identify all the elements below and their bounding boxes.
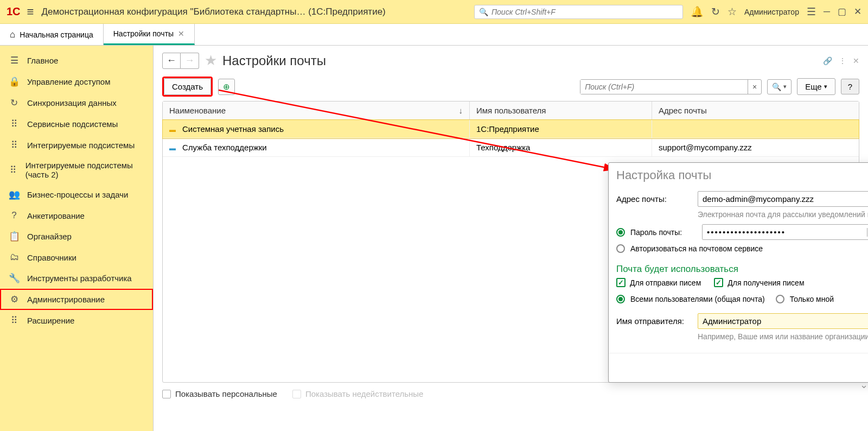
sidebar-item-main[interactable]: ☰Главное bbox=[0, 50, 153, 71]
account-icon: ▬ bbox=[169, 144, 179, 152]
clear-search-button[interactable]: × bbox=[748, 80, 761, 94]
col-user[interactable]: Имя пользователя bbox=[470, 102, 652, 119]
more-button[interactable]: Еще ▾ bbox=[797, 78, 835, 95]
sender-label: Имя отправителя: bbox=[616, 316, 698, 326]
show-personal-label: Показывать персональные bbox=[175, 389, 277, 398]
grid-icon: ⠿ bbox=[9, 140, 20, 151]
lock-icon: 🔒 bbox=[9, 76, 20, 87]
all-users-radio[interactable] bbox=[616, 295, 625, 303]
only-me-label: Только мной bbox=[790, 295, 834, 303]
app-title: Демонстрационная конфигурация "Библиотек… bbox=[41, 7, 474, 17]
sidebar-item-organizer[interactable]: 📋Органайзер bbox=[0, 226, 153, 247]
sidebar-item-devtools[interactable]: 🔧Инструменты разработчика bbox=[0, 268, 153, 289]
gear-icon: ⚙ bbox=[9, 294, 20, 305]
nav-back-button[interactable]: ← bbox=[162, 53, 181, 69]
grid-icon: ⠿ bbox=[9, 164, 18, 176]
wrench-icon: 🔧 bbox=[9, 272, 20, 284]
table-row[interactable]: ▬Системная учетная запись 1С:Предприятие bbox=[163, 120, 859, 138]
show-invalid-label: Показывать недействительные bbox=[305, 389, 424, 398]
password-radio-label: Пароль почты: bbox=[630, 228, 697, 237]
recv-checkbox[interactable] bbox=[714, 278, 723, 287]
history-icon[interactable]: ↻ bbox=[711, 5, 720, 18]
sidebar: ☰Главное 🔒Управление доступом ↻Синхрониз… bbox=[0, 46, 154, 431]
page-title: Настройки почты bbox=[222, 53, 326, 68]
mail-setup-dialog: Настройка почты ⋮ ◻ ✕ Адрес почты: Элект… bbox=[608, 162, 868, 383]
all-users-label: Всеми пользователями (общая почта) bbox=[630, 295, 765, 303]
password-input[interactable] bbox=[703, 225, 867, 239]
clipboard-icon: 📋 bbox=[9, 231, 20, 242]
people-icon: 👥 bbox=[9, 189, 20, 200]
chevron-down-icon: ▾ bbox=[824, 83, 827, 90]
sidebar-item-integ2[interactable]: ⠿Интегрируемые подсистемы (часть 2) bbox=[0, 156, 153, 184]
search-icon: 🔍 bbox=[479, 8, 488, 16]
titlebar: 1C ≡ Демонстрационная конфигурация "Библ… bbox=[0, 0, 868, 24]
col-name[interactable]: Наименование bbox=[163, 102, 470, 119]
grid-icon: ⠿ bbox=[9, 315, 20, 326]
grid-icon: ⠿ bbox=[9, 118, 20, 130]
tab-mail-label: Настройки почты bbox=[113, 29, 174, 38]
sidebar-item-survey[interactable]: ?Анкетирование bbox=[0, 205, 153, 226]
tab-home[interactable]: ⌂ Начальная страница bbox=[0, 24, 104, 45]
minimize-button[interactable]: ─ bbox=[824, 7, 830, 17]
send-checkbox[interactable] bbox=[616, 278, 626, 287]
maximize-button[interactable]: ▢ bbox=[838, 6, 846, 17]
link-icon[interactable]: 🔗 bbox=[823, 56, 832, 65]
show-invalid-checkbox[interactable] bbox=[292, 390, 301, 398]
dialog-title: Настройка почты bbox=[616, 168, 868, 182]
username[interactable]: Администратор bbox=[744, 8, 799, 16]
content: ← → ★ Настройки почты 🔗 ⋮ ✕ Создать ⊕ × … bbox=[154, 46, 868, 431]
oauth-radio-label: Авторизоваться на почтовом сервисе bbox=[630, 244, 763, 253]
show-personal-checkbox[interactable] bbox=[162, 390, 171, 398]
chevron-down-icon: ▾ bbox=[783, 83, 787, 90]
favorite-icon[interactable]: ★ bbox=[205, 52, 217, 69]
sync-icon: ↻ bbox=[9, 97, 20, 109]
oauth-radio[interactable] bbox=[616, 244, 625, 253]
home-icon: ⌂ bbox=[10, 29, 15, 40]
sidebar-item-refs[interactable]: 🗂Справочники bbox=[0, 247, 153, 268]
search-action-button[interactable]: 🔍 ▾ bbox=[767, 79, 792, 94]
sidebar-item-bizproc[interactable]: 👥Бизнес-процессы и задачи bbox=[0, 184, 153, 205]
password-radio[interactable] bbox=[616, 228, 625, 237]
tab-home-label: Начальная страница bbox=[20, 30, 93, 39]
search-icon: 🔍 bbox=[772, 83, 781, 91]
recv-checkbox-label: Для получения писем bbox=[727, 278, 804, 287]
col-addr[interactable]: Адрес почты bbox=[652, 102, 859, 119]
table-search-input[interactable] bbox=[580, 80, 748, 94]
sidebar-item-extension[interactable]: ⠿Расширение bbox=[0, 310, 153, 331]
global-search[interactable]: 🔍 bbox=[474, 5, 683, 19]
star-icon[interactable]: ☆ bbox=[727, 5, 737, 18]
addr-input[interactable] bbox=[698, 191, 868, 207]
tabs-bar: ⌂ Начальная страница Настройки почты ✕ bbox=[0, 24, 868, 46]
sidebar-item-integ1[interactable]: ⠿Интегрируемые подсистемы bbox=[0, 135, 153, 156]
bell-icon[interactable]: 🔔 bbox=[691, 5, 704, 18]
close-button[interactable]: ✕ bbox=[854, 6, 861, 17]
help-button[interactable]: ? bbox=[841, 79, 859, 94]
close-panel-icon[interactable]: ✕ bbox=[853, 56, 859, 65]
sidebar-item-service[interactable]: ⠿Сервисные подсистемы bbox=[0, 113, 153, 135]
addr-label: Адрес почты: bbox=[616, 194, 698, 204]
addr-hint: Электронная почта для рассылки уведомлен… bbox=[698, 210, 868, 219]
account-icon: ▬ bbox=[169, 126, 179, 134]
table-row[interactable]: ▬Служба техподдержки Техподдержка suppor… bbox=[163, 138, 859, 157]
sidebar-item-admin[interactable]: ⚙Администрирование bbox=[0, 289, 153, 310]
sidebar-item-access[interactable]: 🔒Управление доступом bbox=[0, 71, 153, 92]
usage-section-title: Почта будет использоваться bbox=[616, 264, 868, 275]
app-logo: 1C bbox=[7, 5, 21, 18]
copy-button[interactable]: ⊕ bbox=[218, 79, 235, 95]
sidebar-item-sync[interactable]: ↻Синхронизация данных bbox=[0, 92, 153, 113]
list-icon: ☰ bbox=[9, 55, 20, 66]
only-me-radio[interactable] bbox=[776, 295, 784, 303]
tab-close-icon[interactable]: ✕ bbox=[178, 29, 184, 38]
kebab-icon[interactable]: ⋮ bbox=[839, 56, 846, 65]
copy-icon: ⊕ bbox=[223, 82, 230, 91]
question-icon: ? bbox=[9, 210, 20, 221]
create-button[interactable]: Создать bbox=[164, 78, 211, 95]
books-icon: 🗂 bbox=[9, 252, 20, 263]
settings-icon[interactable]: ☰ bbox=[807, 5, 816, 18]
menu-icon[interactable]: ≡ bbox=[27, 5, 34, 19]
global-search-input[interactable] bbox=[492, 8, 678, 16]
table-search[interactable]: × bbox=[580, 79, 762, 94]
nav-forward-button[interactable]: → bbox=[181, 53, 199, 69]
sender-input[interactable] bbox=[698, 313, 868, 329]
tab-mail-settings[interactable]: Настройки почты ✕ bbox=[104, 24, 195, 45]
